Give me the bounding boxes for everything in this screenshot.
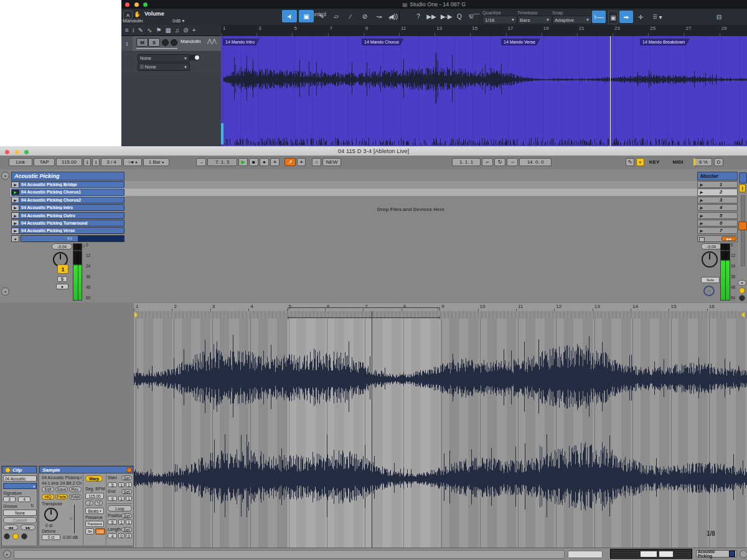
follow-actions-toggle[interactable]: ▪ [636,158,644,166]
bend-tool-button[interactable]: ↝ [373,10,385,22]
inspector-icon[interactable]: i [133,27,134,34]
clip-color-chooser[interactable]: ▾ [3,483,37,489]
fast-forward-icon[interactable]: ▶▶ [425,10,438,22]
nudge-forward-button[interactable]: ▶▶ [21,525,35,530]
clip-name-field[interactable]: 04 Acoustic [3,475,37,482]
marker-flag[interactable]: 14 Mando Breakdown [640,39,690,45]
ram-button[interactable]: RAM [69,494,82,500]
commit-button[interactable]: Commit [3,517,37,523]
pause-indicator-button[interactable]: ∥ [739,184,746,192]
hiq-button[interactable]: HiQ [42,494,54,500]
warp-button[interactable]: Warp [85,475,103,482]
autoscroll-button[interactable]: ⊦— [592,11,606,23]
mixer-show-toggle[interactable]: ▾ [1,287,9,296]
stop-all-clips-button[interactable]: ▶■ [721,236,736,241]
clip-launch-button[interactable]: ▶ [12,213,19,218]
nudge-up-button[interactable]: ∥ [92,158,100,166]
length-beat[interactable]: 0 [118,533,125,538]
warp-mode-select[interactable]: Beats ▾ [85,508,104,514]
arrow-tool-button[interactable]: ➤ [282,10,297,22]
snap-select[interactable]: Adaptive▼ [552,16,592,24]
master-pan-knob[interactable] [702,251,718,268]
stop-icon[interactable] [699,237,705,242]
clip-marker-lane[interactable] [134,311,747,319]
end-beat[interactable]: 1 [118,496,125,501]
mute-button[interactable]: M [136,38,148,47]
timeline-ruler[interactable]: 1357911131517192123252729 [221,25,747,37]
clip-launch-button[interactable]: ▶ [12,182,19,187]
record-button[interactable]: ● [260,158,269,166]
clip-playhead[interactable] [372,311,372,548]
transient-loop-mode[interactable]: ⇅▾ [85,528,94,534]
envelope-tab-dot[interactable] [21,533,27,539]
mixer-toggle-icon[interactable]: ⊟ [713,11,725,23]
scene[interactable]: ▶5 [697,212,738,219]
add-track-icon[interactable]: + [192,27,196,34]
position-sixteenth[interactable]: 1 [126,520,132,525]
signature-denominator[interactable]: 4 [18,497,31,502]
arrangement-overview[interactable] [610,549,692,559]
range-tool-button[interactable]: ▣ [299,10,314,22]
io-toggle-pill[interactable]: ◂▸ [738,280,746,286]
preserve-select[interactable]: Transien▾ [85,521,104,527]
transpose-knob[interactable] [44,508,58,521]
edit-button[interactable]: Edit [42,487,54,492]
marker-flag-icon[interactable]: ⚑ [156,27,161,34]
play-button[interactable]: ▶ [238,158,248,166]
master-volume-field[interactable]: -9.04 [701,243,721,250]
track-header[interactable]: 1 M S Mandolin ⋀⋀ [121,36,221,51]
position-beat[interactable]: 1 [118,520,125,525]
clip-launch-button[interactable]: ▶ [12,205,19,210]
clip-tab-dot[interactable] [4,533,10,539]
loop-start-handle[interactable]: ▷ [288,315,291,319]
monitor-button[interactable] [171,39,177,46]
note-icon[interactable]: ♫ [175,27,180,34]
volume-slider[interactable] [136,48,177,49]
insert-slot-1[interactable]: None▼ [138,54,190,62]
maximize-button[interactable] [24,150,29,154]
clip-launch-button[interactable]: ▶ [12,220,19,225]
close-button[interactable] [5,150,9,154]
overdub-button[interactable]: + [270,158,280,166]
clip-slot[interactable]: ▶04 Acoustic Picking Intro [11,204,125,211]
solo-button[interactable]: S [148,38,160,47]
scene[interactable]: ▶7 [697,227,738,234]
length-sixteenth[interactable]: 0 [126,533,132,538]
marker-flag[interactable]: 14 Mando Verse [501,39,540,45]
end-bar[interactable]: 9 [108,496,117,501]
clip-slot[interactable]: ▶04 Acoustic Picking Bridge [11,181,125,188]
sends-toggle[interactable] [739,287,745,294]
detune-field[interactable]: 0 ct [42,534,60,540]
split-tool-button[interactable]: ∕ [344,10,357,22]
loop-start-field[interactable]: 1. 1. 1 [452,158,481,166]
track-chooser[interactable]: Acoustic Picking [696,550,737,558]
loop-length-field[interactable]: 14. 0. 0 [519,158,552,166]
record-arm-button[interactable] [162,39,169,46]
transpose-value[interactable]: 0 st [45,523,52,528]
link-button[interactable]: Link [9,158,32,166]
time-signature-field[interactable]: 3 / 4 [101,158,122,166]
bpm-double-button[interactable]: *2 [95,500,103,506]
sample-tab-dot[interactable] [12,533,19,539]
track-name[interactable]: Mandolin [181,39,200,44]
quantize-select[interactable]: 1/16▼ [482,16,517,24]
grid-options-button[interactable]: ⠿ ▾ [649,11,665,23]
clip-slot[interactable]: ▶04 Acoustic Picking Verse [11,227,125,234]
hot-swap-button[interactable] [126,467,132,473]
info-view-toggle[interactable]: ▸ [3,550,11,558]
close-button[interactable] [125,2,129,7]
key-map-button[interactable]: KEY [646,158,662,166]
arrangement-waveform-area[interactable]: 14 Mando Intro 14 Mando Chorus 14 Mando … [221,36,747,146]
loop-brace[interactable]: ▷ ▷ ▷ ◁ [288,307,440,318]
play-from-icon[interactable]: ▶-▶ [440,10,453,22]
clip-launch-button[interactable]: ▶ [12,228,19,233]
grid-icon[interactable]: ▦ [165,27,171,34]
marker-flag[interactable]: 14 Mando Chorus [362,39,404,45]
punch-out-button[interactable]: ¬ [507,158,518,166]
vertical-scrollbar[interactable] [741,195,745,266]
clip-start-marker[interactable] [134,312,138,318]
bpm-half-button[interactable]: :2 [85,500,93,506]
loop-toggle-button[interactable]: Loop [108,505,132,511]
length-set-button[interactable]: Set [121,527,132,532]
loop-button[interactable]: ↻ [494,158,505,166]
